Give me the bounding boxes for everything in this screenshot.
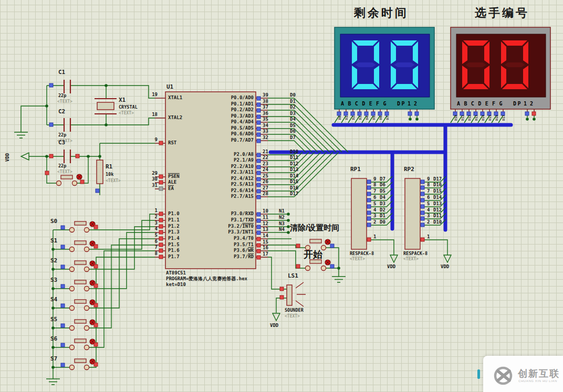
pin-num: 28 [263, 192, 268, 197]
display-player[interactable]: 00 [451, 27, 550, 109]
rp2-part: RESPACK-8 [403, 251, 428, 256]
capacitor-c3[interactable] [64, 150, 70, 163]
logic-state-squares-float [159, 187, 163, 190]
pin-num: 33 [263, 129, 268, 134]
pin-name: P2.1/A9 [234, 158, 254, 163]
rp1-pin1: 1 [373, 235, 376, 240]
disp2-pin-label: D15 [488, 112, 492, 124]
pin-num: 37 [263, 105, 268, 110]
sounder-ls1[interactable] [287, 282, 306, 306]
pin-name: PSEN [168, 174, 180, 179]
pin-name: EA [168, 186, 174, 192]
pin-name: P3.0/RXD [231, 211, 254, 217]
pin-num: 38 [263, 99, 268, 104]
net-label: N3 [279, 221, 285, 227]
display-time[interactable]: 00 [335, 27, 434, 109]
capacitor-c2[interactable] [64, 118, 70, 132]
title-remaining-time: 剩余时间 [354, 7, 409, 19]
rp1-net: D1 [380, 214, 385, 219]
pin-num: 5 [147, 233, 158, 238]
rp1-pin: 8 [373, 183, 376, 188]
rp1-body[interactable] [351, 178, 367, 249]
button-s4 [70, 300, 89, 311]
pin-num: 17 [263, 252, 268, 257]
pin-name: P2.0/A8 [234, 152, 254, 157]
rp2-text-placeholder: <TEXT> [403, 257, 419, 262]
rp2-pin: 3 [427, 214, 430, 219]
button-s5 [70, 320, 89, 331]
key-label-s7: S7 [50, 356, 57, 362]
display-player-common-label: 12 [524, 101, 536, 107]
pin-name: ALE [168, 180, 176, 185]
disp1-pin-label: D3 [358, 112, 362, 124]
pin-num: 36 [263, 111, 268, 116]
net-label: N1 [279, 209, 285, 214]
ls1-ref: LS1 [288, 273, 298, 279]
rp2-net: D13 [433, 202, 442, 207]
vdd-label-rp2: VDD [441, 264, 449, 270]
rp1-pin: 3 [373, 214, 376, 219]
rp1-net: D6 [380, 183, 385, 188]
pin-name: P1.7 [168, 255, 180, 260]
pin-num: 11 [263, 215, 268, 220]
rp1-pin: 9 [373, 177, 376, 182]
rp1-text-placeholder: <TEXT> [350, 257, 365, 262]
c1-value: 22p [58, 93, 66, 98]
rp1-net: D5 [380, 189, 385, 194]
button-s0 [70, 221, 89, 232]
pin-num: 26 [263, 179, 268, 185]
u1-part: AT89C51 [166, 271, 186, 276]
start-label: 开始 [304, 250, 322, 260]
c1-ref: C1 [58, 69, 65, 76]
pin-name: P1.2 [168, 224, 180, 229]
pin-name: P0.0/AD0 [231, 96, 254, 101]
rp2-ref: RP2 [404, 166, 414, 173]
schematic-canvas: 00 00 [0, 0, 563, 392]
disp2-pin-label: D12 [467, 112, 471, 124]
pin-name: P1.1 [168, 218, 180, 223]
pin-name: P3.2/INT0 [228, 224, 254, 229]
pin-num: 15 [263, 240, 268, 245]
button-reset [57, 175, 77, 186]
capacitor-c1[interactable] [64, 80, 70, 93]
key-label-s3: S3 [50, 277, 57, 283]
pin-num: 29 [147, 171, 158, 176]
rp1-net: D7 [380, 177, 385, 182]
net-label: D4 [290, 117, 296, 122]
disp2-pin-label: D14 [481, 112, 485, 124]
pin-name: P0.6/AD6 [231, 132, 254, 137]
key-label-s6: S6 [50, 336, 57, 342]
pin-name: P0.4/AD4 [231, 120, 254, 125]
rp2-pin: 4 [427, 208, 430, 213]
rp2-body[interactable] [405, 178, 420, 249]
pin-num: 22 [263, 155, 268, 161]
pin-name: P2.7/A15 [231, 194, 254, 199]
resistor-r1[interactable] [97, 160, 103, 184]
rp1-pin: 6 [373, 195, 376, 200]
net-label: D17 [290, 192, 298, 197]
c1-text-placeholder: <TEXT> [57, 100, 72, 104]
display-time-dp-label: DP [397, 101, 406, 107]
pin-num: 2 [147, 215, 158, 220]
pin-num: 39 [263, 93, 268, 98]
net-label: D6 [290, 129, 296, 134]
crystal-x1[interactable] [95, 99, 117, 114]
rp2-pin: 5 [427, 202, 430, 207]
rp1-pin: 7 [373, 189, 376, 194]
rp1-net: D3 [380, 202, 385, 207]
schematic-graphics: 00 00 [0, 0, 563, 392]
disp2-pin-label: D17 [502, 112, 505, 124]
rp2-pin: 2 [427, 220, 430, 225]
pin-name: P1.3 [168, 230, 180, 235]
pin-num: 14 [263, 234, 268, 239]
pin-name: RST [168, 141, 176, 146]
c2-ref: C2 [58, 109, 65, 115]
vdd-label-rp1: VDD [387, 264, 395, 270]
rp1-net: D0 [380, 220, 385, 225]
pin-num: 25 [263, 174, 268, 179]
r1-text-placeholder: <TEXT> [106, 179, 121, 184]
rp2-net: D17 [433, 177, 442, 182]
rp1-pin: 4 [373, 208, 376, 213]
net-label: D16 [290, 186, 298, 191]
c2-value: 22p [58, 133, 66, 137]
